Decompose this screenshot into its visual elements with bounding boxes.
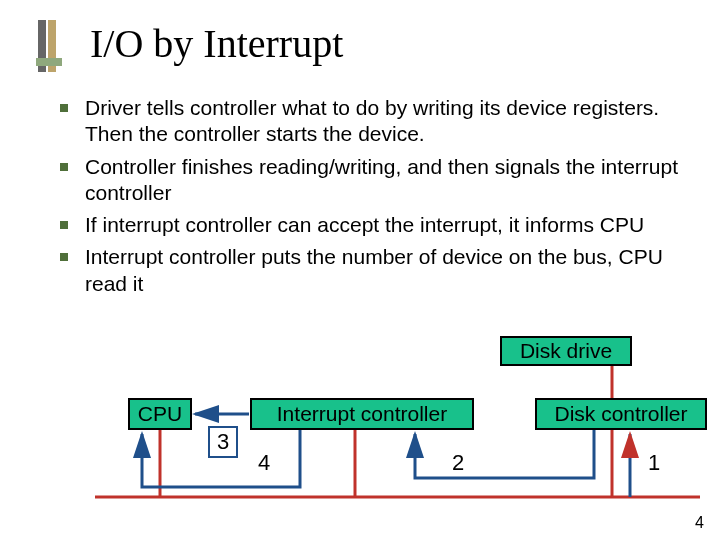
- step-label-1: 1: [648, 450, 660, 476]
- step-label-4: 4: [258, 450, 270, 476]
- box-disk-drive: Disk drive: [500, 336, 632, 366]
- box-disk-controller: Disk controller: [535, 398, 707, 430]
- box-interrupt-controller: Interrupt controller: [250, 398, 474, 430]
- step-label-3: 3: [208, 426, 238, 458]
- step-label-2: 2: [452, 450, 464, 476]
- diagram-wires: [0, 0, 720, 540]
- interrupt-diagram: Disk drive CPU Interrupt controller Disk…: [0, 0, 720, 540]
- page-number: 4: [695, 514, 704, 532]
- box-cpu: CPU: [128, 398, 192, 430]
